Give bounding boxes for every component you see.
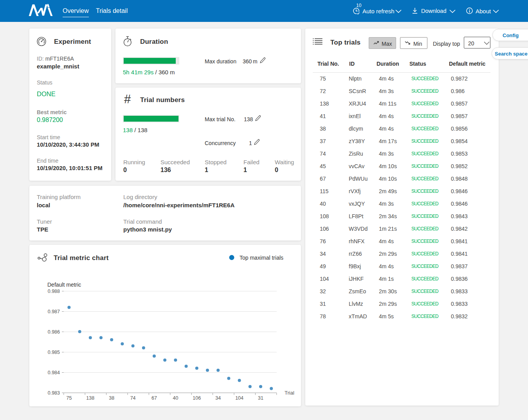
svg-text:40: 40 [173,395,178,401]
svg-text:0.983: 0.983 [48,390,60,396]
svg-text:0.986: 0.986 [48,329,60,335]
svg-text:Trial: Trial [285,390,294,396]
svg-text:74: 74 [130,395,136,401]
svg-text:0.984: 0.984 [48,370,60,375]
svg-text:0.988: 0.988 [48,289,60,294]
svg-text:31: 31 [258,395,263,401]
svg-text:34: 34 [215,395,221,401]
svg-text:138: 138 [86,395,94,401]
svg-text:75: 75 [66,395,72,401]
svg-text:38: 38 [109,395,114,401]
svg-text:0.985: 0.985 [48,350,60,355]
svg-text:104: 104 [235,395,243,401]
svg-text:0.987: 0.987 [48,309,60,314]
svg-text:67: 67 [151,395,157,401]
svg-text:Top maximal trials: Top maximal trials [240,255,283,261]
svg-text:106: 106 [193,395,201,401]
svg-text:Default metric: Default metric [47,282,81,288]
